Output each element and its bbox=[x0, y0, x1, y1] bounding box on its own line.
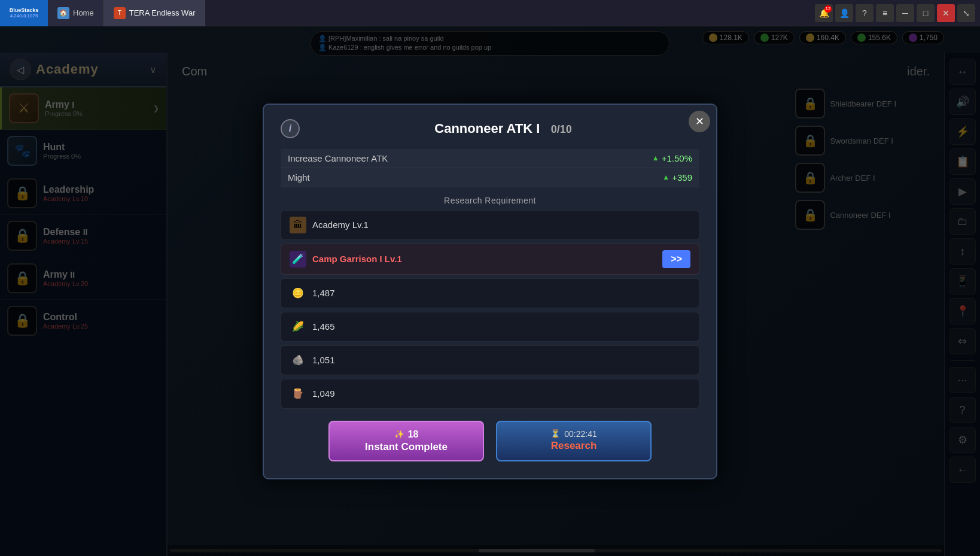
topbar: BlueStacks 4.240.0.1075 🏠 Home T TERA En… bbox=[0, 0, 980, 26]
menu-btn[interactable]: ≡ bbox=[876, 4, 894, 22]
topbar-controls: 🔔12 👤 ? ≡ ─ □ ✕ ⤡ bbox=[815, 4, 980, 22]
maximize-btn[interactable]: □ bbox=[917, 4, 935, 22]
research-timer-icon: ⏳ bbox=[550, 429, 561, 438]
modal-overlay: ✕ i Cannoneer ATK I 0/10 Increase Cannon… bbox=[0, 26, 980, 556]
garrison-req-label: Camp Garrison I Lv.1 bbox=[312, 254, 656, 264]
stat-atk-value: ▲ +1.50% bbox=[652, 153, 692, 163]
home-icon: 🏠 bbox=[57, 7, 69, 19]
stone-res-icon: 🪨 bbox=[290, 352, 306, 369]
wood-res-value: 1,049 bbox=[312, 388, 335, 399]
instant-icon: ✨ bbox=[394, 430, 404, 439]
research-timer: 00:22:41 bbox=[564, 429, 597, 439]
bluestacks-logo: BlueStacks 4.240.0.1075 bbox=[0, 0, 48, 26]
stat-atk-label: Increase Cannoneer ATK bbox=[288, 153, 388, 163]
stat-row-might: Might ▲ +359 bbox=[281, 168, 699, 187]
close-btn[interactable]: ✕ bbox=[937, 4, 955, 22]
academy-req-icon: 🏛 bbox=[290, 217, 306, 233]
req-row-stone: 🪨 1,051 bbox=[281, 345, 699, 375]
wood-res-icon: 🪵 bbox=[290, 385, 306, 402]
modal-close-button[interactable]: ✕ bbox=[689, 111, 710, 132]
stat-might-label: Might bbox=[288, 172, 310, 183]
food-res-icon: 🌽 bbox=[290, 318, 306, 335]
garrison-req-icon: 🧪 bbox=[290, 251, 306, 268]
academy-req-label: Academy Lv.1 bbox=[312, 220, 690, 230]
game-area: 👤 [RPH]Maximilian : sali na pinoy sa gui… bbox=[0, 26, 980, 556]
tera-icon: T bbox=[114, 7, 126, 19]
food-res-value: 1,465 bbox=[312, 321, 335, 332]
account-btn[interactable]: 👤 bbox=[835, 4, 853, 22]
research-button[interactable]: ⏳ 00:22:41 Research bbox=[496, 421, 652, 461]
help-btn[interactable]: ? bbox=[856, 4, 874, 22]
garrison-goto-btn[interactable]: >> bbox=[662, 250, 690, 268]
research-label: Research bbox=[551, 440, 597, 452]
req-row-academy: 🏛 Academy Lv.1 bbox=[281, 210, 699, 240]
minimize-btn[interactable]: ─ bbox=[896, 4, 914, 22]
modal-progress: 0/10 bbox=[551, 123, 572, 135]
section-title: Research Requirement bbox=[281, 196, 699, 205]
instant-label: Instant Complete bbox=[365, 441, 448, 453]
req-row-gold: 🪙 1,487 bbox=[281, 278, 699, 308]
stat-might-value: ▲ +359 bbox=[662, 172, 692, 183]
instant-complete-button[interactable]: ✨ 18 Instant Complete bbox=[328, 421, 484, 461]
modal-header: i Cannoneer ATK I 0/10 bbox=[281, 119, 699, 138]
tab-tera[interactable]: T TERA Endless War bbox=[104, 0, 206, 26]
modal-info-icon: i bbox=[281, 119, 300, 138]
instant-count: 18 bbox=[408, 429, 419, 440]
research-modal: ✕ i Cannoneer ATK I 0/10 Increase Cannon… bbox=[263, 104, 717, 479]
stone-res-value: 1,051 bbox=[312, 355, 335, 365]
modal-footer: ✨ 18 Instant Complete ⏳ 00:22:41 Researc… bbox=[281, 421, 699, 461]
req-row-food: 🌽 1,465 bbox=[281, 312, 699, 342]
req-row-garrison: 🧪 Camp Garrison I Lv.1 >> bbox=[281, 244, 699, 275]
modal-title: Cannoneer ATK I 0/10 bbox=[307, 121, 699, 136]
expand-btn[interactable]: ⤡ bbox=[957, 4, 975, 22]
req-row-wood: 🪵 1,049 bbox=[281, 379, 699, 409]
notification-btn[interactable]: 🔔12 bbox=[815, 4, 833, 22]
stat-row-atk: Increase Cannoneer ATK ▲ +1.50% bbox=[281, 149, 699, 168]
gold-res-value: 1,487 bbox=[312, 288, 335, 298]
tab-home[interactable]: 🏠 Home bbox=[48, 0, 104, 26]
gold-res-icon: 🪙 bbox=[290, 285, 306, 302]
